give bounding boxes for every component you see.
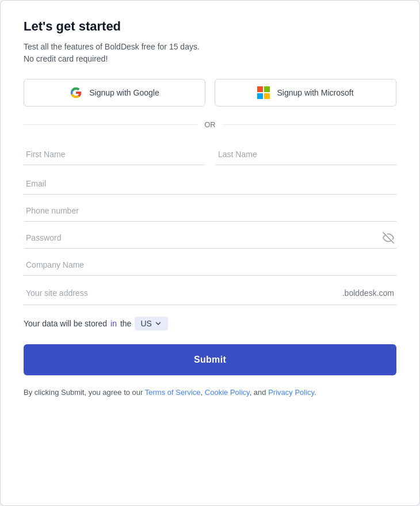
terms-comma: , [201,388,203,397]
subtitle-line2: No credit card required! [24,53,396,65]
microsoft-signup-button[interactable]: Signup with Microsoft [215,79,396,106]
site-address-input[interactable] [24,281,340,303]
password-input[interactable] [24,226,396,249]
terms-of-service-link[interactable]: Terms of Service [145,388,201,397]
name-row [24,143,396,170]
phone-group [24,199,396,222]
privacy-policy-link[interactable]: Privacy Policy [268,388,314,397]
phone-input[interactable] [24,199,396,222]
storage-text-the: the [120,319,131,328]
email-input[interactable] [24,172,396,195]
first-name-input[interactable] [24,143,204,165]
signup-card: Let's get started Test all the features … [0,0,420,506]
microsoft-icon [257,86,270,99]
storage-text-before: Your data will be stored [24,319,107,328]
data-storage-row: Your data will be stored in the US [24,317,396,330]
last-name-input[interactable] [216,143,396,165]
terms-text: By clicking Submit, you agree to our Ter… [24,387,396,399]
company-group [24,253,396,276]
first-name-group [24,143,204,165]
page-title: Let's get started [24,19,396,34]
site-suffix: .bolddesk.com [340,281,396,303]
terms-prefix: By clicking Submit, you agree to our [24,388,145,397]
social-buttons-row: Signup with Google Signup with Microsoft [24,79,396,106]
terms-and: , and [250,388,269,397]
password-group [24,226,396,249]
chevron-down-icon [154,319,162,328]
email-group [24,172,396,195]
google-signup-label: Signup with Google [89,88,159,97]
storage-in-highlight: in [110,319,117,328]
cookie-policy-link[interactable]: Cookie Policy [205,388,250,397]
subtitle: Test all the features of BoldDesk free f… [24,41,396,65]
company-input[interactable] [24,253,396,276]
password-toggle-icon[interactable] [383,232,394,244]
submit-button[interactable]: Submit [24,344,396,375]
region-selector[interactable]: US [135,317,167,330]
subtitle-line1: Test all the features of BoldDesk free f… [24,42,200,51]
or-text: OR [204,120,216,129]
or-divider: OR [24,120,396,129]
google-icon [70,86,82,99]
google-signup-button[interactable]: Signup with Google [24,79,205,106]
password-wrapper [24,226,396,249]
site-address-group: .bolddesk.com [24,280,396,305]
microsoft-signup-label: Signup with Microsoft [277,88,353,97]
region-value: US [140,319,151,328]
last-name-group [216,143,396,165]
terms-period: . [314,388,316,397]
